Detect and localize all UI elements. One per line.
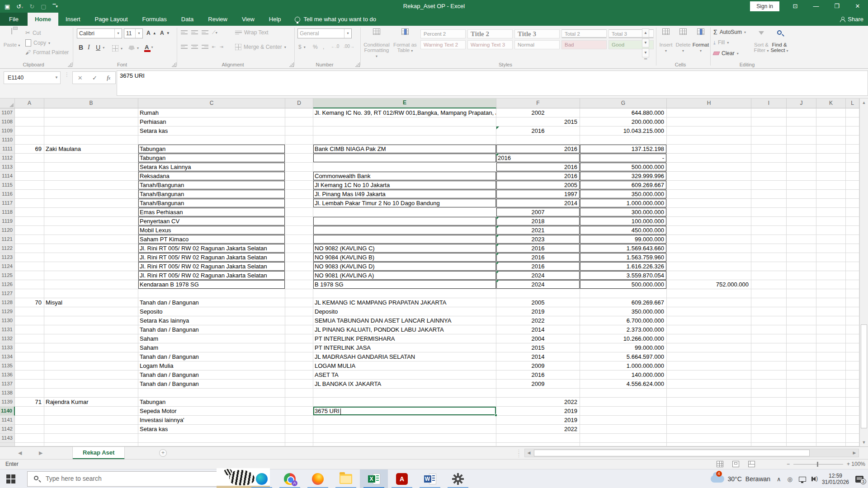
- cell-A1128[interactable]: 70: [15, 298, 44, 307]
- cell-K1124[interactable]: [816, 262, 846, 271]
- cell-G1113[interactable]: 500.000.000: [580, 163, 667, 172]
- tray-app-icon[interactable]: ◎: [788, 476, 793, 483]
- cell-H1130[interactable]: [667, 316, 751, 325]
- copy-button[interactable]: Copy ▾: [25, 39, 50, 47]
- column-header-c[interactable]: C: [138, 99, 285, 108]
- column-header-b[interactable]: B: [44, 99, 138, 108]
- cell-B1108[interactable]: [44, 117, 138, 127]
- cell-E1119[interactable]: [313, 217, 496, 226]
- cell-I1142[interactable]: [751, 425, 787, 434]
- cell-G1136[interactable]: 140.000.000: [580, 371, 667, 380]
- cell-J1109[interactable]: [787, 127, 816, 136]
- cell-F1108[interactable]: 2015: [496, 117, 580, 127]
- share-button[interactable]: Share: [840, 13, 863, 26]
- bold-button[interactable]: B: [79, 44, 83, 51]
- alignment-dialog-launcher-icon[interactable]: [289, 62, 294, 67]
- cell-B1116[interactable]: [44, 190, 138, 199]
- cell-G1121[interactable]: 99.000.000: [580, 235, 667, 244]
- tab-file[interactable]: File: [0, 13, 28, 26]
- cell-I1116[interactable]: [751, 190, 787, 199]
- cell-D1121[interactable]: [285, 235, 313, 244]
- cell-H1128[interactable]: [667, 298, 751, 307]
- row-header-1130[interactable]: 1130: [0, 316, 15, 325]
- cell-L1111[interactable]: [846, 145, 859, 154]
- cell-H1125[interactable]: [667, 271, 751, 280]
- tab-tellme[interactable]: Tell me what you want to do: [288, 13, 382, 26]
- cell-B1140[interactable]: [44, 407, 138, 416]
- cell-H1118[interactable]: [667, 208, 751, 217]
- row-header-1125[interactable]: 1125: [0, 271, 15, 280]
- cell-A1111[interactable]: 69: [15, 145, 44, 154]
- cell-E1132[interactable]: PT INTERLINK PERMISHARA: [313, 334, 496, 343]
- cell-I1136[interactable]: [751, 371, 787, 380]
- cell-L1127[interactable]: [846, 289, 859, 298]
- cell-K1126[interactable]: [816, 280, 846, 289]
- row-header-1133[interactable]: 1133: [0, 343, 15, 352]
- weather-widget[interactable]: 4 30°C Berawan: [711, 475, 771, 483]
- cell-C1125[interactable]: Jl. Rini RT 005/ RW 02 Ragunan Jakarta S…: [138, 271, 285, 280]
- cell-G1125[interactable]: 3.559.870.054: [580, 271, 667, 280]
- fill-handle[interactable]: [495, 414, 497, 417]
- cell-J1114[interactable]: [787, 172, 816, 181]
- gallery-more-icon[interactable]: ▼▔: [642, 48, 649, 57]
- cell-J1121[interactable]: [787, 235, 816, 244]
- cell-H1126[interactable]: 752.000.000: [667, 280, 751, 289]
- zoom-slider[interactable]: [793, 464, 843, 465]
- cell-B1110[interactable]: [44, 136, 138, 145]
- scroll-down-icon[interactable]: ▼: [860, 438, 868, 446]
- cell-L1137[interactable]: [846, 380, 859, 389]
- cell-A1109[interactable]: [15, 127, 44, 136]
- style-percent-2[interactable]: Percent 2: [420, 29, 466, 38]
- scroll-right-icon[interactable]: ▶: [850, 449, 859, 457]
- align-middle-icon[interactable]: [191, 29, 198, 35]
- cell-I1134[interactable]: [751, 352, 787, 361]
- cell-K1130[interactable]: [816, 316, 846, 325]
- cell-F1111[interactable]: 2016: [496, 145, 580, 154]
- cell-L1119[interactable]: [846, 217, 859, 226]
- cell-A1112[interactable]: [15, 154, 44, 163]
- cell-J1111[interactable]: [787, 145, 816, 154]
- row-header-1110[interactable]: 1110: [0, 136, 15, 145]
- style-normal[interactable]: Normal: [514, 40, 560, 49]
- cell-I1126[interactable]: [751, 280, 787, 289]
- cell-L1115[interactable]: [846, 181, 859, 190]
- font-name-combo[interactable]: Calibri▾: [77, 28, 122, 38]
- cell-G1127[interactable]: [580, 289, 667, 298]
- cell-A1133[interactable]: [15, 343, 44, 352]
- cell-H1140[interactable]: [667, 407, 751, 416]
- row-header-1138[interactable]: 1138: [0, 389, 15, 398]
- align-left-icon[interactable]: [181, 44, 188, 50]
- name-box-dropdown-icon[interactable]: ▼: [55, 72, 58, 84]
- cell-G1142[interactable]: [580, 425, 667, 434]
- cell-B1131[interactable]: [44, 325, 138, 334]
- cell-L1136[interactable]: [846, 371, 859, 380]
- cell-B1127[interactable]: [44, 289, 138, 298]
- cell-F1134[interactable]: 2014: [496, 352, 580, 361]
- cell-J1141[interactable]: [787, 416, 816, 425]
- sheet-prev-icon[interactable]: ◀: [18, 450, 22, 456]
- cell-G1114[interactable]: 329.999.996: [580, 172, 667, 181]
- cell-E1108[interactable]: [313, 117, 496, 127]
- cell-A1124[interactable]: [15, 262, 44, 271]
- tab-data[interactable]: Data: [174, 13, 201, 26]
- gallery-up-icon[interactable]: ▲: [642, 28, 649, 38]
- font-dialog-launcher-icon[interactable]: [172, 62, 176, 67]
- cell-E1114[interactable]: Commonwealth Bank: [313, 172, 496, 181]
- row-header-1136[interactable]: 1136: [0, 371, 15, 380]
- name-box[interactable]: E1140▼: [4, 71, 61, 84]
- cell-G1137[interactable]: 4.556.624.000: [580, 380, 667, 389]
- style-total-2[interactable]: Total 2: [561, 29, 607, 38]
- cell-G1141[interactable]: [580, 416, 667, 425]
- cell-A1119[interactable]: [15, 217, 44, 226]
- cell-L1107[interactable]: [846, 108, 859, 117]
- cell-E1126[interactable]: B 1978 SG: [313, 280, 496, 289]
- cell-J1140[interactable]: [787, 407, 816, 416]
- cell-H1123[interactable]: [667, 253, 751, 262]
- cell-D1128[interactable]: [285, 298, 313, 307]
- vertical-scrollbar[interactable]: ▲ ▼: [859, 99, 868, 446]
- cell-A1127[interactable]: [15, 289, 44, 298]
- zoom-in-icon[interactable]: +: [847, 461, 850, 467]
- cell-D1143[interactable]: [285, 434, 313, 443]
- cell-B1132[interactable]: [44, 334, 138, 343]
- tab-page-layout[interactable]: Page Layout: [88, 13, 135, 26]
